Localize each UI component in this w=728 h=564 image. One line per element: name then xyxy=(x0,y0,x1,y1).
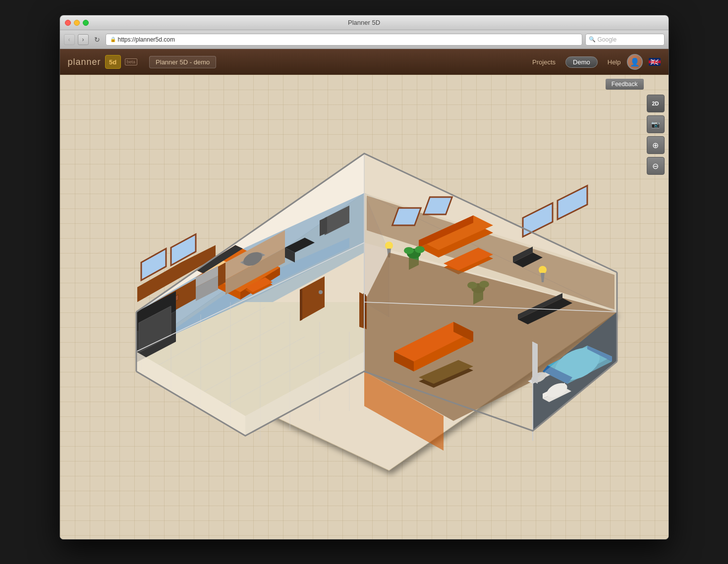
maximize-button[interactable] xyxy=(83,20,89,26)
nav-demo[interactable]: Demo xyxy=(565,56,598,68)
search-icon: 🔍 xyxy=(589,36,596,43)
svg-marker-75 xyxy=(300,289,302,321)
mac-window: Planner 5D ‹ › ↻ 🔒 https://planner5d.com… xyxy=(59,15,669,540)
2d-icon: 2D xyxy=(652,101,659,106)
language-flag[interactable]: 🇬🇧 xyxy=(649,58,661,66)
svg-point-42 xyxy=(539,266,547,274)
svg-point-76 xyxy=(319,290,323,294)
right-toolbar: 2D 📷 ⊕ ⊖ xyxy=(647,95,665,175)
svg-point-34 xyxy=(404,247,414,254)
nav-projects[interactable]: Projects xyxy=(532,58,556,66)
window-title: Planner 5D xyxy=(348,19,380,26)
search-bar[interactable]: 🔍 Google xyxy=(585,34,665,46)
minimize-button[interactable] xyxy=(74,20,80,26)
back-button[interactable]: ‹ xyxy=(64,34,75,45)
back-icon: ‹ xyxy=(68,36,70,43)
user-avatar[interactable]: 👤 xyxy=(627,54,643,70)
feedback-button[interactable]: Feedback xyxy=(606,79,644,90)
refresh-icon: ↻ xyxy=(94,36,100,44)
forward-icon: › xyxy=(82,36,84,43)
zoom-in-icon: ⊕ xyxy=(652,141,659,150)
nav-links: Projects Demo Help xyxy=(532,56,620,68)
svg-marker-31 xyxy=(558,186,587,219)
nav-help[interactable]: Help xyxy=(608,58,621,66)
url-text: https://planner5d.com xyxy=(118,36,175,43)
project-name[interactable]: Planner 5D - demo xyxy=(149,56,216,68)
svg-marker-30 xyxy=(523,203,553,237)
title-bar: Planner 5D xyxy=(60,15,669,30)
forward-button[interactable]: › xyxy=(78,34,89,45)
app-content: planner 5d beta Planner 5D - demo Projec… xyxy=(60,49,669,539)
refresh-button[interactable]: ↻ xyxy=(92,34,103,45)
traffic-lights xyxy=(65,20,89,26)
search-placeholder: Google xyxy=(598,36,617,43)
svg-point-35 xyxy=(415,246,425,253)
zoom-out-icon: ⊖ xyxy=(652,161,659,171)
logo-text: planner xyxy=(68,57,101,67)
app-header: planner 5d beta Planner 5D - demo Projec… xyxy=(60,49,669,75)
floorplan-container xyxy=(60,75,669,539)
screenshot-button[interactable]: 📷 xyxy=(647,115,665,133)
floorplan-svg xyxy=(97,94,632,530)
zoom-out-button[interactable]: ⊖ xyxy=(647,157,665,175)
lock-icon: 🔒 xyxy=(110,37,116,42)
beta-badge: beta xyxy=(125,58,138,65)
logo-area: planner 5d beta xyxy=(68,55,138,69)
logo-5d-badge: 5d xyxy=(105,55,121,69)
floorplan-3d[interactable] xyxy=(97,94,632,530)
canvas-area: Feedback 2D 📷 ⊕ ⊖ xyxy=(60,75,669,539)
address-bar[interactable]: 🔒 https://planner5d.com xyxy=(106,34,582,46)
svg-marker-102 xyxy=(533,342,538,384)
svg-point-40 xyxy=(385,242,393,250)
view-2d-button[interactable]: 2D xyxy=(647,95,665,112)
camera-icon: 📷 xyxy=(651,120,660,128)
zoom-in-button[interactable]: ⊕ xyxy=(647,136,665,154)
close-button[interactable] xyxy=(65,20,71,26)
browser-toolbar: ‹ › ↻ 🔒 https://planner5d.com 🔍 Google xyxy=(60,30,669,49)
